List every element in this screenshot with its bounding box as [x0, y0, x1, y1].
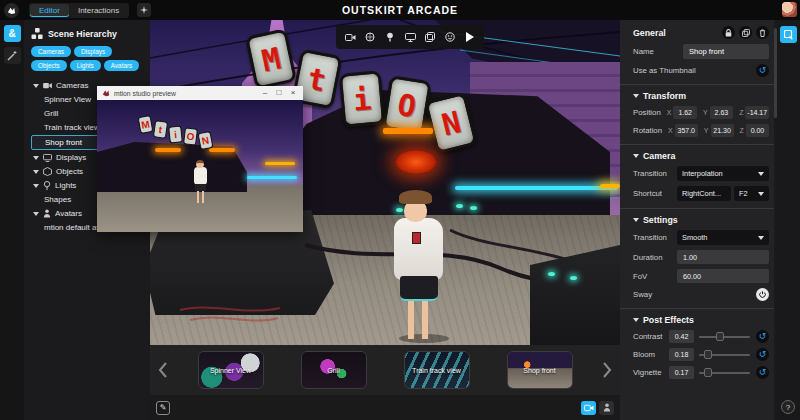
preview-titlebar[interactable]: mtion studio preview – □ ×	[97, 86, 303, 100]
caret-icon[interactable]	[33, 156, 39, 160]
bloom-value[interactable]: 0.18	[669, 348, 694, 361]
bloom-slider[interactable]	[699, 354, 750, 356]
carousel-item-spinner-view[interactable]: Spinner View	[198, 351, 264, 389]
chip-objects[interactable]: Objects	[31, 60, 67, 71]
contrast-label: Contrast	[633, 332, 669, 341]
caret-icon[interactable]	[33, 212, 39, 216]
caret-icon[interactable]	[33, 170, 39, 174]
dropdown-value: Interpolation	[682, 169, 723, 178]
name-input[interactable]: Shop front	[683, 44, 769, 59]
caret-icon[interactable]	[33, 84, 39, 88]
hierarchy-rail-button[interactable]: &	[4, 25, 21, 42]
avatar-character[interactable]	[394, 218, 443, 280]
vignette-value[interactable]: 0.17	[669, 366, 694, 379]
sway-label: Sway	[633, 290, 652, 299]
vignette-slider[interactable]	[699, 372, 750, 374]
carousel-item-train-track-view[interactable]: Train track view	[404, 351, 470, 389]
contrast-slider[interactable]	[699, 336, 750, 338]
preview-sign-tile: N	[197, 131, 213, 150]
vignette-reset-button[interactable]: ↺	[756, 366, 769, 379]
edit-icon[interactable]: ✎	[156, 401, 170, 415]
preview-sign-tile: i	[168, 125, 183, 143]
contrast-value[interactable]: 0.42	[669, 330, 694, 343]
trash-icon[interactable]	[756, 26, 769, 39]
tree-label: Shop front	[45, 138, 82, 147]
thumbnail-label: Train track view	[412, 367, 461, 374]
shortcut-modifier-dropdown[interactable]: RightCont...	[677, 186, 731, 201]
avatar-leg	[408, 301, 414, 339]
preview-avatar-head	[196, 160, 204, 168]
slider-knob[interactable]	[704, 368, 712, 377]
help-button[interactable]: ?	[781, 400, 795, 414]
add-display-button[interactable]	[401, 28, 419, 46]
carousel-item-shop-front[interactable]: Shop front	[507, 351, 573, 389]
person-icon	[43, 209, 51, 218]
preview-app-icon	[102, 89, 110, 97]
top-bar: Editor Interactions OUTSKIRT ARCADE	[0, 0, 800, 20]
add-avatar-button[interactable]	[441, 28, 459, 46]
sway-toggle[interactable]	[756, 288, 769, 301]
wand-rail-button[interactable]	[4, 47, 21, 64]
rotation-x-field[interactable]: 357.0	[675, 124, 698, 137]
add-light-button[interactable]	[381, 28, 399, 46]
rotation-z-field[interactable]: 0.00	[746, 124, 769, 137]
collapse-caret-icon[interactable]	[633, 154, 639, 158]
settings-transition-dropdown[interactable]: Smooth	[677, 230, 769, 245]
preview-viewport: M t i O N	[97, 100, 303, 232]
tab-interactions[interactable]: Interactions	[69, 4, 128, 17]
collapse-caret-icon[interactable]	[633, 218, 639, 222]
maximize-icon[interactable]: □	[274, 88, 284, 98]
duration-field[interactable]: 1.00	[677, 250, 769, 264]
preview-title: mtion studio preview	[114, 90, 256, 97]
camera-transition-dropdown[interactable]: Interpolation	[677, 166, 769, 181]
tab-editor[interactable]: Editor	[30, 4, 69, 17]
chip-lights[interactable]: Lights	[70, 60, 101, 71]
thumbnail-label: Grill	[327, 367, 339, 374]
add-shape-button[interactable]	[421, 28, 439, 46]
tree-label: Train track view	[44, 123, 100, 132]
duplicate-icon[interactable]	[739, 26, 752, 39]
chevron-down-icon	[758, 236, 764, 240]
avatar-logo-patch	[412, 232, 421, 244]
minimize-icon[interactable]: –	[260, 88, 270, 98]
add-object-button[interactable]	[361, 28, 379, 46]
user-avatar[interactable]	[782, 2, 797, 17]
avatar-view-toggle[interactable]	[599, 401, 614, 415]
tree-label: Spinner View	[44, 95, 91, 104]
fov-field[interactable]: 60.00	[677, 269, 769, 283]
collapse-caret-icon[interactable]	[633, 94, 639, 98]
chip-cameras[interactable]: Cameras	[31, 46, 71, 57]
preview-avatar-shorts	[195, 184, 206, 191]
chip-displays[interactable]: Displays	[74, 46, 112, 57]
thumbnail-refresh-button[interactable]: ↺	[756, 64, 769, 77]
preview-neon-orange	[155, 148, 181, 152]
inspector-rail-button[interactable]	[780, 26, 797, 43]
sparkle-button[interactable]	[137, 3, 151, 17]
tree-label: Shapes	[44, 195, 71, 204]
carousel-prev-button[interactable]	[150, 362, 176, 378]
add-camera-button[interactable]	[341, 28, 359, 46]
position-y-field[interactable]: 2.63	[710, 106, 734, 119]
carousel-next-button[interactable]	[594, 362, 620, 378]
camera-view-toggle[interactable]	[581, 401, 596, 415]
close-icon[interactable]: ×	[288, 88, 298, 98]
rotation-y-field[interactable]: 21.30	[711, 124, 734, 137]
slider-knob[interactable]	[704, 350, 712, 359]
lock-icon[interactable]	[722, 26, 735, 39]
contrast-reset-button[interactable]: ↺	[756, 330, 769, 343]
carousel-item-grill[interactable]: Grill	[301, 351, 367, 389]
bloom-reset-button[interactable]: ↺	[756, 348, 769, 361]
preview-window[interactable]: mtion studio preview – □ × M t i O N	[97, 86, 303, 232]
shortcut-key-dropdown[interactable]: F2	[734, 186, 769, 201]
camera-carousel: Spinner View Grill Train track view Shop…	[150, 345, 620, 395]
play-button[interactable]	[466, 32, 474, 42]
preview-sign-tile: t	[153, 120, 168, 139]
caret-icon[interactable]	[33, 184, 39, 188]
position-z-field[interactable]: -14.17	[745, 106, 769, 119]
chevron-down-icon	[758, 192, 764, 196]
chip-avatars[interactable]: Avatars	[104, 60, 140, 71]
collapse-caret-icon[interactable]	[633, 318, 639, 322]
slider-knob[interactable]	[716, 332, 724, 341]
position-x-field[interactable]: 1.62	[673, 106, 697, 119]
preview-neon-yellow	[265, 162, 295, 165]
